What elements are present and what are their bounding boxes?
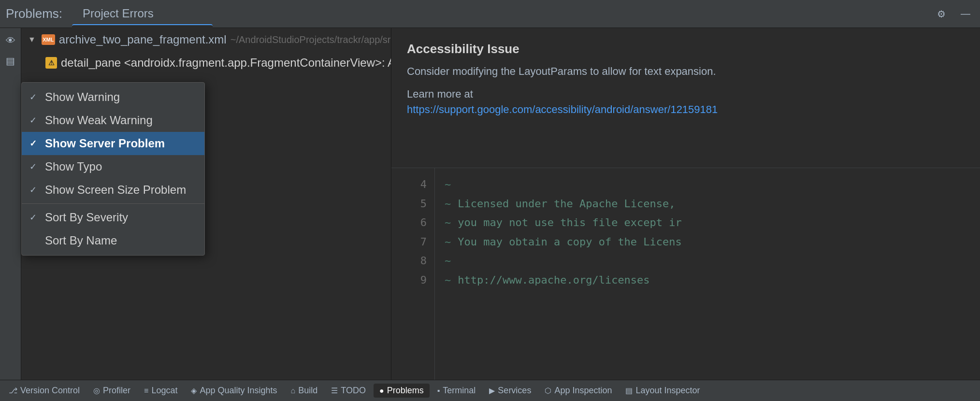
bottom-icon-version-control: ⎇ [9,386,17,395]
bottom-icon-logcat: ≡ [144,387,148,395]
accessibility-pane: Accessibility Issue Consider modifying t… [391,28,980,168]
line-numbers: 456789 [391,168,435,380]
settings-icon[interactable]: ⚙ [933,5,950,23]
code-text-9: http://www.apache.org/licenses [458,271,649,290]
code-text-7: You may obtain a copy of the Licens [458,232,682,252]
accessibility-description: Consider modifying the LayoutParams to a… [407,63,965,79]
menu-item-sort-by-severity[interactable]: ✓Sort By Severity [22,206,204,229]
tab-bar: Problems: Current File 1Project ErrorsLa… [0,0,980,28]
bottom-label-version-control: Version Control [20,386,80,396]
bottom-item-app-inspection[interactable]: ⬡App Inspection [539,384,618,398]
tilde-8: ~ [445,251,451,271]
bottom-item-build[interactable]: ⌂Build [285,384,324,398]
bottom-label-problems: Problems [387,386,424,396]
tab-bar-right: ⚙ — [933,5,974,23]
menu-item-show-server-problem[interactable]: ✓Show Server Problem [22,132,204,155]
accessibility-title: Accessibility Issue [407,42,965,57]
menu-item-sort-by-name[interactable]: Sort By Name [22,229,204,252]
line-number-9: 9 [391,271,427,290]
menu-label-sort-by-severity: Sort By Severity [45,211,128,224]
bottom-icon-terminal: ▪ [437,387,440,395]
file-row[interactable]: ▼ XML archive_two_pane_fragment.xml ~/An… [21,28,391,51]
code-line-8: ~ [445,251,970,271]
bottom-label-build: Build [298,386,317,396]
bottom-item-app-quality-insights[interactable]: ◈App Quality Insights [185,384,283,398]
checkmark-show-screen-size-problem: ✓ [29,185,40,195]
eye-icon[interactable]: 👁 [2,32,19,49]
line-number-6: 6 [391,213,427,232]
bottom-item-problems[interactable]: ●Problems [374,384,430,398]
bottom-icon-todo: ☰ [331,386,338,395]
line-number-8: 8 [391,251,427,271]
bottom-item-layout-inspector[interactable]: ▤Layout Inspector [620,384,706,398]
warning-icon: ⚠ [45,57,57,69]
tilde-7: ~ [445,232,451,252]
menu-label-show-weak-warning: Show Weak Warning [45,114,153,127]
bottom-item-terminal[interactable]: ▪Terminal [432,384,482,398]
bottom-label-terminal: Terminal [443,386,476,396]
line-number-5: 5 [391,194,427,214]
code-area: 456789 ~~Licensed under the Apache Licen… [391,168,980,380]
bottom-label-app-inspection: App Inspection [554,386,612,396]
bottom-icon-build: ⌂ [291,387,296,395]
file-name: archive_two_pane_fragment.xml [59,33,227,46]
xml-icon: XML [42,34,55,45]
bottom-bar: ⎇Version Control◎Profiler≡Logcat◈App Qua… [0,380,980,401]
problems-label: Problems: [6,6,62,21]
code-line-9: ~http://www.apache.org/licenses [445,271,970,290]
menu-item-show-screen-size-problem[interactable]: ✓Show Screen Size Problem [22,178,204,201]
left-panel: 👁 ▤ ▼ XML archive_two_pane_fragment.xml … [0,28,391,380]
checkmark-show-weak-warning: ✓ [29,115,40,126]
checkmark-sort-by-severity: ✓ [29,212,40,223]
layout-icon[interactable]: ▤ [2,52,19,70]
tilde-5: ~ [445,194,451,214]
menu-label-show-typo: Show Typo [45,160,102,173]
menu-divider [22,203,204,204]
bottom-label-app-quality-insights: App Quality Insights [200,386,277,396]
tilde-4: ~ [445,175,451,194]
bottom-label-profiler: Profiler [103,386,130,396]
bottom-item-version-control[interactable]: ⎇Version Control [3,384,86,398]
accessibility-link[interactable]: https://support.google.com/accessibility… [407,103,718,115]
code-content: ~~Licensed under the Apache License,~you… [435,168,980,380]
minimize-icon[interactable]: — [957,5,974,23]
warning-text: detail_pane <androidx.fragment.app.Fragm… [61,56,391,70]
collapse-icon: ▼ [28,35,36,44]
bottom-icon-services: ▶ [489,386,495,395]
code-line-4: ~ [445,175,970,194]
warning-row[interactable]: ⚠ detail_pane <androidx.fragment.app.Fra… [21,51,391,74]
bottom-item-todo[interactable]: ☰TODO [325,384,372,398]
code-line-6: ~you may not use this file except ir [445,213,970,232]
menu-label-show-screen-size-problem: Show Screen Size Problem [45,183,186,197]
file-path: ~/AndroidStudioProjects/trackr/app/sr [231,34,391,45]
bottom-item-services[interactable]: ▶Services [483,384,537,398]
tab-current-file[interactable]: Current File 1 [72,0,213,3]
bottom-icon-app-quality-insights: ◈ [191,386,197,395]
checkmark-show-warning: ✓ [29,92,40,102]
bottom-label-logcat: Logcat [151,386,177,396]
tilde-9: ~ [445,271,451,290]
menu-item-show-warning[interactable]: ✓Show Warning [22,86,204,109]
menu-label-sort-by-name: Sort By Name [45,234,117,247]
menu-label-show-server-problem: Show Server Problem [45,137,165,150]
bottom-item-profiler[interactable]: ◎Profiler [87,384,136,398]
bottom-label-services: Services [498,386,531,396]
bottom-icon-layout-inspector: ▤ [625,386,633,395]
checkmark-show-typo: ✓ [29,161,40,172]
menu-item-show-typo[interactable]: ✓Show Typo [22,155,204,178]
tilde-6: ~ [445,213,451,232]
bottom-label-todo: TODO [341,386,366,396]
menu-item-show-weak-warning[interactable]: ✓Show Weak Warning [22,109,204,132]
code-line-5: ~Licensed under the Apache License, [445,194,970,214]
bottom-icon-app-inspection: ⬡ [545,386,551,395]
bottom-icon-problems: ● [379,387,384,395]
code-text-6: you may not use this file except ir [458,213,682,232]
dropdown-menu: ✓Show Warning✓Show Weak Warning✓Show Ser… [21,82,205,256]
line-number-4: 4 [391,175,427,194]
accessibility-learn-label: Learn more at [407,88,965,100]
menu-label-show-warning: Show Warning [45,90,120,104]
bottom-item-logcat[interactable]: ≡Logcat [138,384,183,398]
code-line-7: ~You may obtain a copy of the Licens [445,232,970,252]
tab-project-errors[interactable]: Project Errors [72,3,213,24]
main-area: 👁 ▤ ▼ XML archive_two_pane_fragment.xml … [0,28,980,380]
